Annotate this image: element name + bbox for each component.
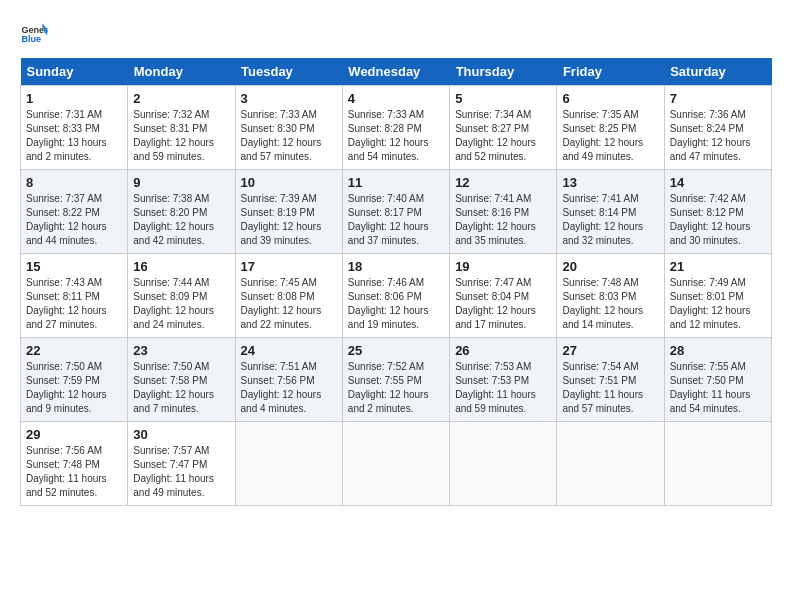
calendar-day-cell: 5 Sunrise: 7:34 AMSunset: 8:27 PMDayligh… — [450, 86, 557, 170]
day-number: 22 — [26, 343, 122, 358]
calendar-week-row: 1 Sunrise: 7:31 AMSunset: 8:33 PMDayligh… — [21, 86, 772, 170]
day-info: Sunrise: 7:57 AMSunset: 7:47 PMDaylight:… — [133, 444, 229, 500]
day-number: 29 — [26, 427, 122, 442]
day-info: Sunrise: 7:48 AMSunset: 8:03 PMDaylight:… — [562, 276, 658, 332]
weekday-header: Wednesday — [342, 58, 449, 86]
calendar-day-cell: 17 Sunrise: 7:45 AMSunset: 8:08 PMDaylig… — [235, 254, 342, 338]
calendar-day-cell — [450, 422, 557, 506]
calendar-week-row: 15 Sunrise: 7:43 AMSunset: 8:11 PMDaylig… — [21, 254, 772, 338]
svg-text:Blue: Blue — [21, 34, 41, 44]
day-info: Sunrise: 7:41 AMSunset: 8:16 PMDaylight:… — [455, 192, 551, 248]
day-info: Sunrise: 7:38 AMSunset: 8:20 PMDaylight:… — [133, 192, 229, 248]
day-info: Sunrise: 7:51 AMSunset: 7:56 PMDaylight:… — [241, 360, 337, 416]
day-number: 21 — [670, 259, 766, 274]
day-info: Sunrise: 7:34 AMSunset: 8:27 PMDaylight:… — [455, 108, 551, 164]
calendar-day-cell: 13 Sunrise: 7:41 AMSunset: 8:14 PMDaylig… — [557, 170, 664, 254]
calendar-day-cell: 27 Sunrise: 7:54 AMSunset: 7:51 PMDaylig… — [557, 338, 664, 422]
weekday-header: Friday — [557, 58, 664, 86]
calendar-day-cell: 25 Sunrise: 7:52 AMSunset: 7:55 PMDaylig… — [342, 338, 449, 422]
day-info: Sunrise: 7:42 AMSunset: 8:12 PMDaylight:… — [670, 192, 766, 248]
day-info: Sunrise: 7:40 AMSunset: 8:17 PMDaylight:… — [348, 192, 444, 248]
day-number: 3 — [241, 91, 337, 106]
calendar-day-cell: 22 Sunrise: 7:50 AMSunset: 7:59 PMDaylig… — [21, 338, 128, 422]
day-number: 20 — [562, 259, 658, 274]
day-number: 18 — [348, 259, 444, 274]
day-info: Sunrise: 7:33 AMSunset: 8:30 PMDaylight:… — [241, 108, 337, 164]
day-number: 11 — [348, 175, 444, 190]
calendar-day-cell: 8 Sunrise: 7:37 AMSunset: 8:22 PMDayligh… — [21, 170, 128, 254]
calendar-day-cell: 3 Sunrise: 7:33 AMSunset: 8:30 PMDayligh… — [235, 86, 342, 170]
day-number: 15 — [26, 259, 122, 274]
day-info: Sunrise: 7:44 AMSunset: 8:09 PMDaylight:… — [133, 276, 229, 332]
day-number: 28 — [670, 343, 766, 358]
day-number: 26 — [455, 343, 551, 358]
weekday-header-row: SundayMondayTuesdayWednesdayThursdayFrid… — [21, 58, 772, 86]
calendar-day-cell: 4 Sunrise: 7:33 AMSunset: 8:28 PMDayligh… — [342, 86, 449, 170]
day-number: 10 — [241, 175, 337, 190]
day-number: 9 — [133, 175, 229, 190]
day-info: Sunrise: 7:43 AMSunset: 8:11 PMDaylight:… — [26, 276, 122, 332]
calendar-week-row: 22 Sunrise: 7:50 AMSunset: 7:59 PMDaylig… — [21, 338, 772, 422]
day-number: 23 — [133, 343, 229, 358]
day-number: 17 — [241, 259, 337, 274]
day-info: Sunrise: 7:39 AMSunset: 8:19 PMDaylight:… — [241, 192, 337, 248]
day-info: Sunrise: 7:41 AMSunset: 8:14 PMDaylight:… — [562, 192, 658, 248]
calendar-day-cell — [342, 422, 449, 506]
calendar-day-cell: 19 Sunrise: 7:47 AMSunset: 8:04 PMDaylig… — [450, 254, 557, 338]
calendar-day-cell: 23 Sunrise: 7:50 AMSunset: 7:58 PMDaylig… — [128, 338, 235, 422]
calendar-day-cell — [557, 422, 664, 506]
calendar-day-cell: 11 Sunrise: 7:40 AMSunset: 8:17 PMDaylig… — [342, 170, 449, 254]
calendar-day-cell: 28 Sunrise: 7:55 AMSunset: 7:50 PMDaylig… — [664, 338, 771, 422]
calendar-day-cell: 29 Sunrise: 7:56 AMSunset: 7:48 PMDaylig… — [21, 422, 128, 506]
day-number: 25 — [348, 343, 444, 358]
calendar-day-cell: 26 Sunrise: 7:53 AMSunset: 7:53 PMDaylig… — [450, 338, 557, 422]
weekday-header: Thursday — [450, 58, 557, 86]
day-info: Sunrise: 7:53 AMSunset: 7:53 PMDaylight:… — [455, 360, 551, 416]
weekday-header: Tuesday — [235, 58, 342, 86]
day-info: Sunrise: 7:50 AMSunset: 7:58 PMDaylight:… — [133, 360, 229, 416]
day-info: Sunrise: 7:36 AMSunset: 8:24 PMDaylight:… — [670, 108, 766, 164]
day-number: 27 — [562, 343, 658, 358]
calendar-day-cell: 18 Sunrise: 7:46 AMSunset: 8:06 PMDaylig… — [342, 254, 449, 338]
day-number: 6 — [562, 91, 658, 106]
calendar-day-cell: 10 Sunrise: 7:39 AMSunset: 8:19 PMDaylig… — [235, 170, 342, 254]
day-info: Sunrise: 7:52 AMSunset: 7:55 PMDaylight:… — [348, 360, 444, 416]
calendar-day-cell: 15 Sunrise: 7:43 AMSunset: 8:11 PMDaylig… — [21, 254, 128, 338]
day-number: 8 — [26, 175, 122, 190]
day-info: Sunrise: 7:56 AMSunset: 7:48 PMDaylight:… — [26, 444, 122, 500]
calendar-day-cell: 21 Sunrise: 7:49 AMSunset: 8:01 PMDaylig… — [664, 254, 771, 338]
day-number: 1 — [26, 91, 122, 106]
calendar-day-cell: 2 Sunrise: 7:32 AMSunset: 8:31 PMDayligh… — [128, 86, 235, 170]
day-info: Sunrise: 7:54 AMSunset: 7:51 PMDaylight:… — [562, 360, 658, 416]
day-number: 4 — [348, 91, 444, 106]
calendar-week-row: 8 Sunrise: 7:37 AMSunset: 8:22 PMDayligh… — [21, 170, 772, 254]
day-number: 13 — [562, 175, 658, 190]
header: General Blue — [20, 20, 772, 48]
day-info: Sunrise: 7:33 AMSunset: 8:28 PMDaylight:… — [348, 108, 444, 164]
day-number: 5 — [455, 91, 551, 106]
weekday-header: Saturday — [664, 58, 771, 86]
day-number: 14 — [670, 175, 766, 190]
calendar-day-cell: 1 Sunrise: 7:31 AMSunset: 8:33 PMDayligh… — [21, 86, 128, 170]
calendar-day-cell: 7 Sunrise: 7:36 AMSunset: 8:24 PMDayligh… — [664, 86, 771, 170]
day-info: Sunrise: 7:46 AMSunset: 8:06 PMDaylight:… — [348, 276, 444, 332]
calendar-week-row: 29 Sunrise: 7:56 AMSunset: 7:48 PMDaylig… — [21, 422, 772, 506]
logo: General Blue — [20, 20, 48, 48]
day-info: Sunrise: 7:49 AMSunset: 8:01 PMDaylight:… — [670, 276, 766, 332]
day-info: Sunrise: 7:37 AMSunset: 8:22 PMDaylight:… — [26, 192, 122, 248]
day-info: Sunrise: 7:50 AMSunset: 7:59 PMDaylight:… — [26, 360, 122, 416]
calendar-day-cell: 16 Sunrise: 7:44 AMSunset: 8:09 PMDaylig… — [128, 254, 235, 338]
calendar-day-cell: 9 Sunrise: 7:38 AMSunset: 8:20 PMDayligh… — [128, 170, 235, 254]
calendar-day-cell — [664, 422, 771, 506]
calendar-day-cell: 24 Sunrise: 7:51 AMSunset: 7:56 PMDaylig… — [235, 338, 342, 422]
day-number: 30 — [133, 427, 229, 442]
weekday-header: Sunday — [21, 58, 128, 86]
weekday-header: Monday — [128, 58, 235, 86]
day-info: Sunrise: 7:31 AMSunset: 8:33 PMDaylight:… — [26, 108, 122, 164]
day-number: 12 — [455, 175, 551, 190]
day-info: Sunrise: 7:55 AMSunset: 7:50 PMDaylight:… — [670, 360, 766, 416]
day-number: 7 — [670, 91, 766, 106]
day-number: 2 — [133, 91, 229, 106]
calendar-day-cell: 6 Sunrise: 7:35 AMSunset: 8:25 PMDayligh… — [557, 86, 664, 170]
calendar-table: SundayMondayTuesdayWednesdayThursdayFrid… — [20, 58, 772, 506]
